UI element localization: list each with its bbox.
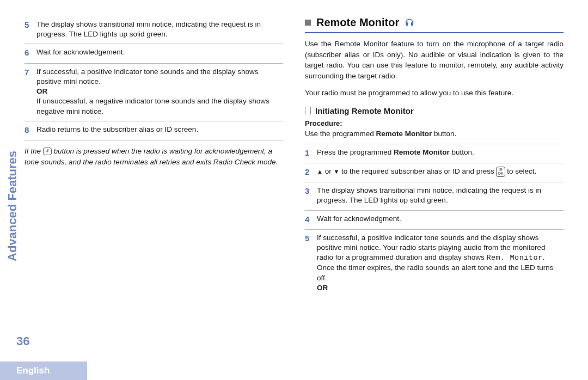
note-text: If the ↺ button is pressed when the radi… xyxy=(24,146,283,168)
left-column: 5 The display shows transitional mini no… xyxy=(24,16,283,297)
step-5: 5 The display shows transitional mini no… xyxy=(24,16,283,44)
step-text: Radio returns to the subscriber alias or… xyxy=(36,125,283,134)
step-text: If successful, a positive indicator tone… xyxy=(317,233,564,293)
step-6: 6 Wait for acknowledgement. xyxy=(24,44,283,63)
section-heading: Remote Monitor xyxy=(305,16,564,33)
step-number: 5 xyxy=(24,20,34,30)
back-button-icon: ↺ xyxy=(43,148,52,155)
step-number: 6 xyxy=(24,47,34,58)
language-label: English xyxy=(16,365,50,376)
step-number: 2 xyxy=(305,167,315,177)
procedure-intro: Procedure: Use the programmed Remote Mon… xyxy=(305,119,564,144)
step-number: 1 xyxy=(305,148,315,158)
page-number: 36 xyxy=(16,334,29,348)
subheading-title: Initiating Remote Monitor xyxy=(315,106,414,115)
intro-paragraph-1: Use the Remote Monitor feature to turn o… xyxy=(305,39,564,81)
heading-bullet-icon xyxy=(305,20,311,26)
step-text: The display shows transitional mini noti… xyxy=(36,20,283,39)
procedure-label: Procedure: xyxy=(305,119,342,127)
step-number: 8 xyxy=(24,125,34,136)
or-label: OR xyxy=(36,87,47,95)
or-label: OR xyxy=(317,284,328,292)
headset-icon xyxy=(405,18,414,28)
rstep-2: 2 ▲ or ▼ to the required subscriber alia… xyxy=(305,163,564,182)
step-number: 7 xyxy=(24,67,34,78)
step-text: ▲ or ▼ to the required subscriber alias … xyxy=(317,167,564,177)
subheading-bullet-icon xyxy=(305,107,311,114)
step-text: The display shows transitional mini noti… xyxy=(317,186,564,205)
rstep-4: 4 Wait for acknowledgment. xyxy=(305,211,564,230)
step-text: Press the programmed Remote Monitor butt… xyxy=(317,148,564,157)
step-number: 4 xyxy=(305,214,315,225)
rstep-3: 3 The display shows transitional mini no… xyxy=(305,182,564,210)
up-arrow-icon: ▲ xyxy=(317,168,323,176)
display-code: Rem. Monitor xyxy=(486,254,542,262)
intro-paragraph-2: Your radio must be programmed to allow y… xyxy=(305,88,564,99)
rstep-1: 1 Press the programmed Remote Monitor bu… xyxy=(305,144,564,163)
sidebar-section-label: Advanced Features xyxy=(5,151,20,261)
ok-button-icon: ☰OK xyxy=(496,167,505,177)
down-arrow-icon: ▼ xyxy=(333,168,339,176)
step-number: 5 xyxy=(305,233,315,244)
subheading: Initiating Remote Monitor xyxy=(305,106,564,115)
step-text: Wait for acknowledgement. xyxy=(36,47,283,57)
step-8: 8 Radio returns to the subscriber alias … xyxy=(24,121,283,140)
page-content: 5 The display shows transitional mini no… xyxy=(0,0,588,297)
step-text: Wait for acknowledgment. xyxy=(317,214,564,224)
step-7: 7 If successful, a positive indicator to… xyxy=(24,64,283,121)
right-column: Remote Monitor Use the Remote Monitor fe… xyxy=(305,16,564,297)
rstep-5: 5 If successful, a positive indicator to… xyxy=(305,230,564,297)
step-text: If successful, a positive indicator tone… xyxy=(36,67,283,117)
language-bar: English xyxy=(0,361,87,380)
step-number: 3 xyxy=(305,186,315,197)
section-title: Remote Monitor xyxy=(316,16,399,29)
